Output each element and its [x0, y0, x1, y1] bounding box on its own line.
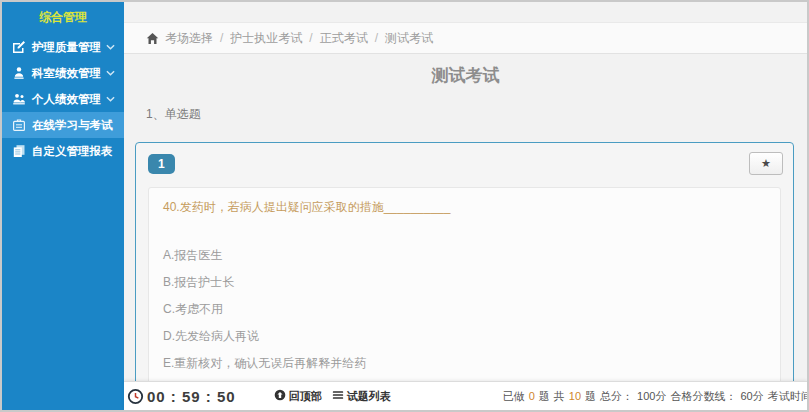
certificate-icon: [11, 118, 26, 133]
stats-pass-value: 60分: [740, 389, 763, 404]
stats-score-value: 100分: [637, 389, 666, 404]
chevron-down-icon: [106, 70, 115, 76]
back-to-top-button[interactable]: 回顶部: [274, 389, 322, 404]
exam-footer-bar: 00 : 59 : 50 回顶部 试题列表 已做0题 共10题 总分：100分 …: [124, 381, 807, 410]
breadcrumb-separator: /: [375, 31, 378, 45]
question-number-badge: 1: [148, 154, 175, 174]
sidebar-item-online-learning-exam[interactable]: 在线学习与考试: [2, 112, 124, 138]
stats-total-label: 共: [554, 389, 565, 404]
exam-stats: 已做0题 共10题 总分：100分 合格分数线：60分 考试时间：60分钟: [503, 389, 809, 404]
app-window: 综合管理 护理质量管理 科室绩效管理 个人绩效管理: [0, 0, 809, 412]
stats-pass-label: 合格分数线：: [670, 389, 736, 404]
person-icon: [11, 66, 26, 81]
breadcrumb-separator: /: [220, 31, 223, 45]
sidebar: 综合管理 护理质量管理 科室绩效管理 个人绩效管理: [2, 2, 124, 410]
breadcrumb: 考场选择 / 护士执业考试 / 正式考试 / 测试考试: [124, 22, 807, 54]
home-icon[interactable]: [146, 32, 159, 45]
chevron-down-icon: [106, 96, 115, 102]
option-item[interactable]: C.考虑不用: [163, 296, 766, 323]
stats-done-label: 已做: [503, 389, 525, 404]
favorite-button[interactable]: ★: [749, 152, 783, 175]
sidebar-item-label: 护理质量管理: [32, 40, 101, 55]
exam-timer: 00 : 59 : 50: [147, 388, 236, 405]
options-list: A.报告医生 B.报告护士长 C.考虑不用 D.先发给病人再说 E.重新核对，确…: [163, 242, 766, 377]
option-item[interactable]: A.报告医生: [163, 242, 766, 269]
sidebar-item-custom-reports[interactable]: 自定义管理报表: [2, 138, 124, 164]
breadcrumb-item[interactable]: 正式考试: [320, 30, 368, 47]
stats-total-unit: 题: [585, 389, 596, 404]
edit-icon: [11, 40, 26, 55]
question-section-label: 1、单选题: [146, 106, 201, 123]
question-list-label: 试题列表: [347, 389, 391, 404]
sidebar-item-personal-performance[interactable]: 个人绩效管理: [2, 86, 124, 112]
question-body: 40.发药时，若病人提出疑问应采取的措施__________ A.报告医生 B.…: [148, 187, 781, 381]
question-card: 1 ★ 40.发药时，若病人提出疑问应采取的措施__________ A.报告医…: [135, 142, 794, 381]
breadcrumb-item[interactable]: 考场选择: [165, 30, 213, 47]
option-item[interactable]: E.重新核对，确认无误后再解释并给药: [163, 350, 766, 377]
chevron-down-icon: [106, 44, 115, 50]
star-icon: ★: [761, 157, 771, 170]
sidebar-item-label: 自定义管理报表: [32, 144, 113, 159]
main-content: 考场选择 / 护士执业考试 / 正式考试 / 测试考试 测试考试 1、单选题 1…: [124, 2, 807, 381]
sidebar-item-label: 在线学习与考试: [32, 118, 113, 133]
sidebar-title: 综合管理: [2, 2, 124, 34]
sidebar-item-nursing-quality[interactable]: 护理质量管理: [2, 34, 124, 60]
breadcrumb-item[interactable]: 护士执业考试: [230, 30, 302, 47]
sidebar-item-label: 科室绩效管理: [32, 66, 101, 81]
stats-time-label: 考试时间：: [768, 389, 809, 404]
stats-done-unit: 题: [539, 389, 550, 404]
list-icon: [332, 389, 344, 403]
sidebar-item-label: 个人绩效管理: [32, 92, 101, 107]
option-item[interactable]: B.报告护士长: [163, 269, 766, 296]
breadcrumb-separator: /: [309, 31, 312, 45]
clock-icon: [127, 388, 144, 405]
stats-done-value: 0: [529, 390, 535, 402]
page-title: 测试考试: [124, 64, 807, 87]
stats-total-value: 10: [569, 390, 581, 402]
option-item[interactable]: D.先发给病人再说: [163, 323, 766, 350]
report-icon: [11, 144, 26, 159]
back-to-top-label: 回顶部: [289, 389, 322, 404]
question-text: 40.发药时，若病人提出疑问应采取的措施__________: [163, 199, 766, 216]
question-list-button[interactable]: 试题列表: [332, 389, 391, 404]
up-arrow-icon: [274, 389, 286, 403]
people-icon: [11, 92, 26, 107]
sidebar-item-dept-performance[interactable]: 科室绩效管理: [2, 60, 124, 86]
stats-score-label: 总分：: [600, 389, 633, 404]
breadcrumb-item-current: 测试考试: [385, 30, 433, 47]
